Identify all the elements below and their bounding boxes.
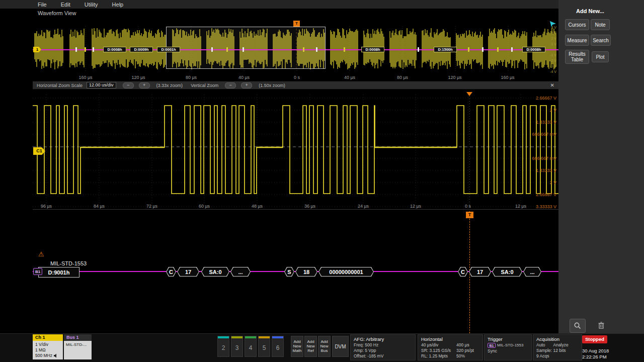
zoom-mode-button[interactable] bbox=[570, 319, 586, 333]
menu-utility[interactable]: Utility bbox=[85, 2, 98, 8]
delete-button[interactable] bbox=[594, 319, 609, 332]
trigger-position-icon[interactable] bbox=[466, 92, 472, 96]
menu-edit[interactable]: Edit bbox=[61, 2, 70, 8]
main-time-label: 60 µs bbox=[193, 204, 215, 209]
main-time-label: 24 µs bbox=[352, 204, 374, 209]
afg-panel[interactable]: AFG: Arbitrary Freq: 500 Hz Amp: 5 Vpp O… bbox=[350, 334, 416, 360]
channel-6-button[interactable]: 6 bbox=[272, 336, 284, 357]
bus-packet: C bbox=[166, 267, 176, 277]
overview-time-label: 0 s bbox=[286, 75, 308, 80]
trigger-marker-bus[interactable]: T bbox=[466, 212, 473, 218]
channel-4-button[interactable]: 4 bbox=[245, 336, 257, 357]
add-new-ref-button[interactable]: AddNewRef bbox=[304, 336, 317, 357]
add-new-bus-button[interactable]: AddNewBus bbox=[318, 336, 331, 357]
afg-frequency: Freq: 500 Hz bbox=[351, 342, 415, 348]
h-scale: 40 µs/div bbox=[421, 342, 456, 348]
acquisition-title: Acquisition bbox=[533, 335, 582, 342]
add-new-line: Math bbox=[291, 348, 303, 353]
horizontal-zoom-scale-label: Horizontal Zoom Scale bbox=[37, 83, 83, 88]
add-new-header: Add New... bbox=[576, 8, 604, 14]
add-new-line: Ref bbox=[305, 348, 316, 353]
note-button[interactable]: Note bbox=[591, 19, 610, 30]
bus-decode-box-overview: D:0009h bbox=[130, 47, 153, 52]
oscilloscope-screen: File Edit Utility Help Waveform View T 1… bbox=[0, 0, 644, 362]
channel-1-panel[interactable]: Ch 1 1 V/div 1 MΩ 500 MHz bbox=[33, 334, 63, 359]
main-volt-label: 2.66667 V bbox=[521, 96, 556, 101]
zoom-window-box[interactable] bbox=[166, 27, 326, 69]
h-zoom-increase-button[interactable]: + bbox=[139, 82, 150, 88]
bus-decode-box-overview: D:1500h bbox=[434, 47, 457, 52]
magnifier-icon bbox=[574, 322, 582, 330]
main-volt-label: 666.667 mV bbox=[521, 132, 556, 137]
menu-file[interactable]: File bbox=[38, 2, 47, 8]
main-volt-label: 666.667 mV bbox=[521, 156, 556, 161]
h-zoom-decrease-button[interactable]: − bbox=[123, 82, 134, 88]
overview-volt-label: -1 V bbox=[543, 53, 556, 57]
main-waveform bbox=[33, 89, 558, 209]
measure-button[interactable]: Measure bbox=[565, 35, 589, 46]
add-new-math-button[interactable]: AddNewMath bbox=[291, 336, 303, 357]
divider bbox=[33, 209, 558, 210]
v-zoom-factor: (1.50x zoom) bbox=[259, 83, 285, 88]
add-new-line: Add bbox=[318, 339, 330, 344]
plot-button[interactable]: Plot bbox=[592, 51, 609, 62]
overview-time-label: 80 µs bbox=[391, 75, 414, 80]
channel-number: 6 bbox=[272, 344, 283, 351]
trigger-panel[interactable]: Trigger B1 MIL-STD-1553 Sync bbox=[484, 334, 532, 360]
bus-decode-box-overview: D:0008h bbox=[103, 47, 126, 52]
acquisition-analyze: Analyze bbox=[553, 342, 569, 348]
v-zoom-increase-button[interactable]: + bbox=[241, 82, 252, 88]
zoom-close-icon[interactable]: ✕ bbox=[550, 82, 554, 88]
main-volt-label: 2 V bbox=[521, 108, 556, 113]
main-time-label: 36 µs bbox=[299, 204, 321, 209]
acquisition-mode: Auto bbox=[536, 342, 545, 348]
afg-title: AFG: Arbitrary bbox=[351, 335, 415, 342]
channel-2-button[interactable]: 2 bbox=[217, 336, 229, 357]
results-table-button[interactable]: Results Table bbox=[565, 50, 589, 64]
trigger-marker-overview[interactable]: T bbox=[293, 21, 300, 27]
h-trigger-position: 50% bbox=[456, 353, 465, 359]
horizontal-panel[interactable]: Horizontal 40 µs/div 400 µs SR: 3.125 GS… bbox=[418, 334, 483, 360]
main-time-label: 48 µs bbox=[246, 204, 268, 209]
horizontal-title: Horizontal bbox=[418, 335, 482, 342]
menu-help[interactable]: Help bbox=[112, 2, 124, 8]
channel-color-bar bbox=[231, 336, 243, 338]
h-window: 400 µs bbox=[456, 342, 469, 348]
add-new-line: New bbox=[291, 344, 303, 348]
channel-5-button[interactable]: 5 bbox=[258, 336, 270, 357]
add-new-line: Add bbox=[305, 339, 316, 344]
add-new-line: New bbox=[305, 344, 316, 348]
cursors-button[interactable]: Cursors bbox=[565, 19, 589, 30]
overview-time-label: 120 µs bbox=[127, 75, 149, 80]
bus-packet: 17 bbox=[177, 267, 199, 277]
overview-time-label: 40 µs bbox=[233, 75, 255, 80]
h-record-length: RL: 1.25 Mpts bbox=[421, 353, 456, 359]
main-volt-label: 1.33333 V bbox=[521, 120, 556, 125]
time-label: 2:22:26 PM bbox=[582, 354, 607, 359]
horizontal-zoom-scale-value[interactable]: 12.00 us/div bbox=[87, 82, 116, 88]
right-sidebar: Add New... Cursors Note Measure Search R… bbox=[558, 0, 644, 334]
overview-time-label: 120 µs bbox=[444, 75, 466, 80]
main-volt-label: 1.33333 V bbox=[521, 168, 556, 173]
ch1-impedance: 1 MΩ bbox=[35, 347, 63, 353]
bus-decode-box-overview: D:0001h bbox=[157, 47, 180, 52]
trigger-title: Trigger bbox=[485, 335, 531, 342]
channel-3-button[interactable]: 3 bbox=[231, 336, 243, 357]
channel-number: 4 bbox=[245, 344, 256, 351]
bus-packet-text: C bbox=[167, 267, 176, 276]
overview-time-label: 80 µs bbox=[180, 75, 202, 80]
bus-decode-box-overview: D:0008h bbox=[522, 47, 545, 52]
acquisition-panel[interactable]: Acquisition Auto Analyze Sample: 12 bits… bbox=[533, 334, 582, 360]
h-zoom-factor: (3.33x zoom) bbox=[156, 83, 183, 88]
zoom-cursor-icon[interactable] bbox=[549, 21, 556, 28]
bus-packet-text: S bbox=[285, 267, 294, 276]
bus-decode-box-overview: D:0008h bbox=[361, 47, 384, 52]
bus-1-panel[interactable]: Bus 1 MIL-STD-... bbox=[64, 334, 92, 359]
v-zoom-decrease-button[interactable]: − bbox=[225, 82, 236, 88]
channel-1-label: Ch 1 bbox=[33, 334, 63, 341]
h-sample-interval: 320 ps/pt bbox=[456, 348, 474, 353]
dvm-button[interactable]: DVM bbox=[332, 336, 349, 357]
overview-time-label: 160 µs bbox=[74, 75, 97, 80]
bus-1-badge[interactable]: B1 bbox=[33, 268, 42, 275]
search-button[interactable]: Search bbox=[591, 35, 611, 46]
